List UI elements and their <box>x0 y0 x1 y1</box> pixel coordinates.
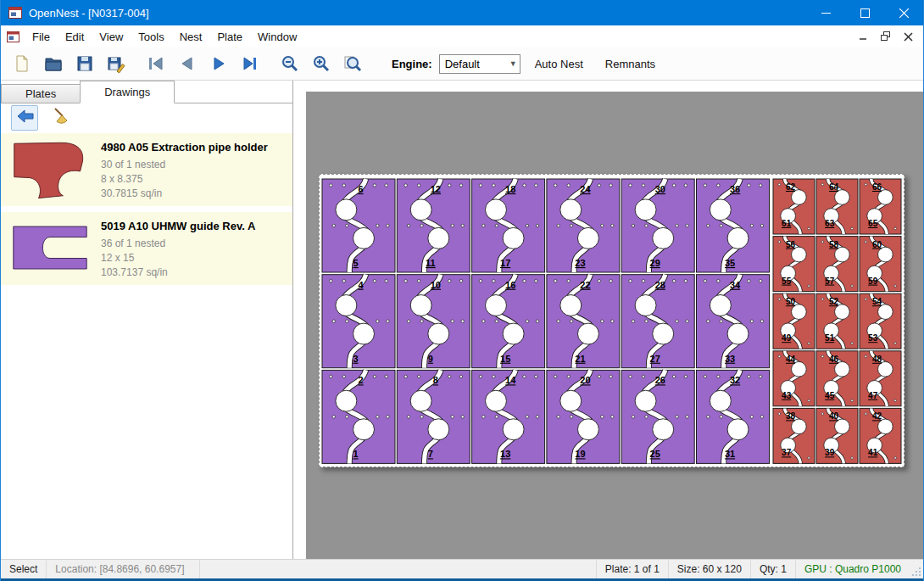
menu-tools[interactable]: Tools <box>131 27 171 47</box>
drawing-list-item[interactable]: 4980 A05 Extraction pipe holder 30 of 1 … <box>1 133 292 206</box>
drawing-size: 8 x 8.375 <box>101 172 268 187</box>
zoom-out-icon[interactable] <box>276 50 304 77</box>
nest-cell[interactable]: 21 <box>322 370 395 463</box>
child-window-icon[interactable] <box>7 31 19 42</box>
nest-cell[interactable]: 3837 <box>773 408 815 463</box>
next-plate-icon[interactable] <box>204 50 233 77</box>
nest-cell[interactable]: 6261 <box>773 179 815 234</box>
svg-text:34: 34 <box>730 280 741 290</box>
drawing-list-item[interactable]: 5019 A10 UHMW guide Rev. A 36 of 1 neste… <box>1 212 292 285</box>
nest-cell[interactable]: 5655 <box>773 237 815 292</box>
nest-cell[interactable]: 109 <box>397 275 470 368</box>
menu-view[interactable]: View <box>92 27 131 47</box>
nest-cell[interactable]: 43 <box>322 275 395 368</box>
nest-cell[interactable]: 2423 <box>547 179 620 272</box>
nest-cell[interactable]: 4847 <box>860 351 901 406</box>
svg-text:54: 54 <box>872 297 882 306</box>
mdi-close-icon[interactable] <box>901 30 915 43</box>
nested-parts[interactable]: 6512111817242330293635431091615222128273… <box>320 175 904 466</box>
save-as-icon[interactable] <box>102 50 131 77</box>
nest-cell[interactable]: 65 <box>322 179 395 272</box>
nest-cell[interactable]: 6665 <box>860 179 901 234</box>
new-file-icon[interactable] <box>8 50 36 77</box>
nest-cell[interactable]: 5857 <box>816 237 858 292</box>
blue-arrow-left-icon <box>15 109 34 127</box>
app-window: OpenNest - [N0317-004] File Edit View To… <box>0 0 924 581</box>
nest-cell[interactable]: 3433 <box>697 275 770 368</box>
send-to-plate-button[interactable] <box>11 105 38 131</box>
svg-text:11: 11 <box>426 258 436 268</box>
nest-cell[interactable]: 2625 <box>621 370 694 463</box>
zoom-in-icon[interactable] <box>307 50 336 77</box>
nest-cell[interactable]: 3635 <box>697 179 770 272</box>
svg-text:22: 22 <box>580 280 590 290</box>
maximize-icon[interactable] <box>845 0 884 25</box>
minimize-icon[interactable] <box>806 0 845 25</box>
tab-drawings[interactable]: Drawings <box>80 81 175 103</box>
broom-icon <box>52 107 70 129</box>
nest-cell[interactable]: 4443 <box>773 351 815 406</box>
app-icon[interactable] <box>8 7 22 19</box>
drawing-size: 12 x 15 <box>101 251 255 265</box>
svg-text:38: 38 <box>786 411 796 421</box>
mdi-minimize-icon[interactable] <box>857 30 871 43</box>
svg-text:61: 61 <box>782 219 792 228</box>
drawing-title: 4980 A05 Extraction pipe holder <box>101 141 268 154</box>
status-mode: Select <box>1 560 47 578</box>
last-plate-icon[interactable] <box>236 50 264 77</box>
nest-cell[interactable]: 1211 <box>397 179 470 272</box>
resize-grip[interactable] <box>910 560 923 578</box>
nest-cell[interactable]: 4241 <box>860 408 901 463</box>
nest-cell[interactable]: 4039 <box>816 408 858 463</box>
panel-tabstrip: Plates Drawings <box>1 81 292 103</box>
menu-plate[interactable]: Plate <box>209 27 250 47</box>
nest-cell[interactable]: 2221 <box>547 275 620 368</box>
svg-text:16: 16 <box>505 280 515 290</box>
svg-text:35: 35 <box>725 258 735 268</box>
svg-text:50: 50 <box>786 297 796 306</box>
nest-cell[interactable]: 2019 <box>547 370 620 463</box>
svg-text:12: 12 <box>431 184 441 194</box>
menu-nest[interactable]: Nest <box>172 27 210 47</box>
nest-cell[interactable]: 1615 <box>472 275 545 368</box>
engine-select[interactable]: Default ▼ <box>439 54 520 74</box>
save-icon[interactable] <box>70 50 99 77</box>
open-file-icon[interactable] <box>39 50 68 77</box>
nest-cell[interactable]: 3231 <box>697 370 770 463</box>
svg-text:5: 5 <box>353 258 358 268</box>
nest-cell[interactable]: 5453 <box>860 293 901 349</box>
drawing-nested-count: 30 of 1 nested <box>101 158 268 172</box>
close-icon[interactable] <box>884 0 923 25</box>
first-plate-icon[interactable] <box>142 50 170 77</box>
menu-window[interactable]: Window <box>250 27 304 47</box>
clean-button[interactable] <box>48 106 74 130</box>
previous-plate-icon[interactable] <box>173 50 202 77</box>
svg-text:4: 4 <box>359 280 365 290</box>
svg-text:42: 42 <box>872 411 882 421</box>
side-panel: Plates Drawings <box>1 81 293 560</box>
nest-cell[interactable]: 1817 <box>472 179 545 272</box>
window-title: OpenNest - [N0317-004] <box>29 7 149 20</box>
nest-cell[interactable]: 87 <box>397 370 470 463</box>
nest-cell[interactable]: 2827 <box>621 275 694 368</box>
plate[interactable]: 6512111817242330293635431091615222128273… <box>319 174 905 467</box>
menu-file[interactable]: File <box>25 27 58 47</box>
remnants-button[interactable]: Remnants <box>598 54 663 74</box>
nest-cell[interactable]: 5049 <box>773 293 815 349</box>
nest-cell[interactable]: 6059 <box>860 237 901 292</box>
svg-text:51: 51 <box>825 333 835 343</box>
svg-text:60: 60 <box>872 240 882 249</box>
tab-plates[interactable]: Plates <box>1 84 81 103</box>
status-size: Size: 60 x 120 <box>669 560 751 578</box>
nest-cell[interactable]: 5251 <box>816 293 858 349</box>
svg-text:13: 13 <box>500 449 510 459</box>
mdi-restore-icon[interactable] <box>879 30 893 43</box>
svg-text:36: 36 <box>730 184 740 194</box>
zoom-fit-icon[interactable] <box>338 50 367 77</box>
nest-cell[interactable]: 6463 <box>816 179 858 234</box>
menu-edit[interactable]: Edit <box>58 27 92 47</box>
nest-cell[interactable]: 4645 <box>816 351 858 406</box>
nest-cell[interactable]: 3029 <box>621 179 694 272</box>
auto-nest-button[interactable]: Auto Nest <box>527 54 591 74</box>
nest-cell[interactable]: 1413 <box>472 370 545 463</box>
